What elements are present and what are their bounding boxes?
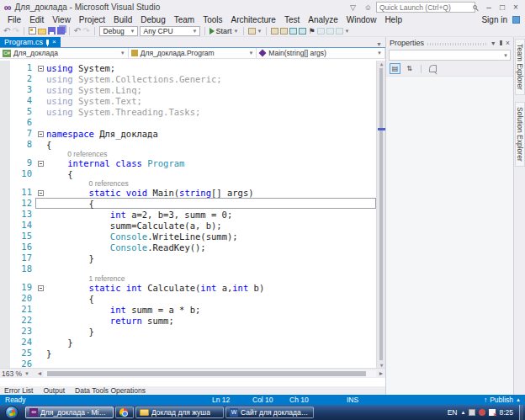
- window-position-caret[interactable]: ▼: [491, 40, 496, 46]
- menu-item-build[interactable]: Build: [109, 15, 136, 24]
- horizontal-scrollbar[interactable]: [44, 370, 376, 377]
- navigate-to-icon[interactable]: [280, 28, 288, 35]
- publish-button[interactable]: ↑ Publish ▲: [484, 396, 521, 404]
- fold-collapse-icon[interactable]: [38, 285, 44, 291]
- vertical-scroll-thumb[interactable]: [379, 68, 383, 360]
- project-dropdown[interactable]: C# Для_доклада▼: [0, 48, 129, 58]
- sync-settings-icon[interactable]: [512, 16, 520, 24]
- hidden-icons-caret[interactable]: ▲: [461, 410, 466, 415]
- categorized-icon[interactable]: ▤: [390, 63, 400, 74]
- menu-item-view[interactable]: View: [48, 15, 75, 24]
- status-column: Col 10: [252, 396, 273, 404]
- horizontal-scroll-thumb[interactable]: [47, 371, 366, 376]
- redo-icon[interactable]: ↷: [82, 27, 89, 35]
- navigate-forward-icon[interactable]: ↷: [12, 27, 19, 35]
- clock[interactable]: 8:25: [499, 408, 513, 417]
- side-tab-team-explorer[interactable]: Team Explorer: [515, 39, 525, 95]
- property-pages-icon[interactable]: [427, 63, 438, 74]
- notification-flag-icon[interactable]: ▽: [350, 3, 356, 12]
- find-in-files-icon[interactable]: [271, 28, 278, 35]
- taskbar-button-word[interactable]: WСайт для доклада п...: [225, 407, 314, 418]
- close-tab-icon[interactable]: ×: [52, 39, 56, 45]
- start-button[interactable]: Start: [216, 27, 232, 35]
- fold-collapse-icon[interactable]: [38, 190, 44, 196]
- codelens-references[interactable]: 0 references: [46, 180, 129, 186]
- solution-configuration-select[interactable]: Debug▼: [99, 26, 138, 36]
- quick-launch-input[interactable]: [379, 3, 473, 12]
- document-list-caret[interactable]: ▼: [373, 41, 385, 47]
- bookmark-icon[interactable]: ⚑: [308, 27, 315, 35]
- menu-item-window[interactable]: Window: [342, 15, 381, 24]
- language-indicator[interactable]: EN: [448, 408, 458, 417]
- undo-icon[interactable]: ↶: [74, 27, 81, 35]
- panel-tab-data-tools-operations[interactable]: Data Tools Operations: [75, 386, 146, 395]
- menu-item-file[interactable]: File: [3, 15, 25, 24]
- fold-collapse-icon[interactable]: [38, 161, 44, 167]
- type-dropdown[interactable]: Для_доклада.Program▼: [129, 48, 257, 58]
- solution-platform-select[interactable]: Any CPU▼: [140, 26, 200, 36]
- menu-item-test[interactable]: Test: [280, 15, 304, 24]
- line-number: 16: [10, 242, 35, 253]
- menu-item-debug[interactable]: Debug: [136, 15, 169, 24]
- breakpoint-margin[interactable]: [0, 61, 10, 368]
- open-file-icon[interactable]: [38, 29, 46, 35]
- taskbar-button-vs[interactable]: ∞Для_доклада - Micr...: [25, 407, 114, 418]
- feedback-icon[interactable]: ☺: [364, 3, 372, 12]
- fold-collapse-icon[interactable]: [38, 66, 44, 72]
- close-panel-icon[interactable]: ×: [506, 39, 510, 47]
- new-project-icon[interactable]: [29, 27, 36, 35]
- close-button[interactable]: ×: [509, 1, 522, 13]
- taskbar-button-folder[interactable]: Доклад для жуша: [135, 407, 224, 418]
- comment-out-icon[interactable]: [317, 28, 325, 35]
- menu-item-analyze[interactable]: Analyze: [304, 15, 342, 24]
- tray-display-icon[interactable]: [469, 409, 475, 416]
- attach-to-process-icon[interactable]: [248, 28, 256, 35]
- restore-button[interactable]: □: [496, 1, 509, 13]
- minimize-button[interactable]: –: [482, 1, 496, 13]
- tray-update-icon[interactable]: [479, 409, 485, 416]
- step-into-icon[interactable]: [299, 28, 306, 35]
- zoom-level-select[interactable]: 163 %▼: [0, 369, 35, 378]
- start-orb-button[interactable]: [5, 406, 19, 419]
- scroll-left-icon[interactable]: ◄: [35, 370, 44, 376]
- menu-item-team[interactable]: Team: [170, 15, 199, 24]
- scroll-right-icon[interactable]: ►: [377, 370, 385, 376]
- panel-tab-output[interactable]: Output: [43, 386, 65, 395]
- codelens-references[interactable]: 0 references: [46, 151, 108, 157]
- save-all-icon[interactable]: [57, 27, 65, 35]
- start-options-caret[interactable]: ▼: [234, 29, 239, 34]
- start-debug-icon[interactable]: [209, 28, 215, 35]
- line-number: 20: [10, 293, 35, 304]
- tray-action-center-icon[interactable]: [489, 409, 496, 416]
- pin-tab-icon[interactable]: [46, 40, 49, 45]
- code-editor[interactable]: 1using System;2using System.Collections.…: [0, 61, 385, 368]
- fold-collapse-icon[interactable]: [38, 131, 44, 137]
- codelens-references[interactable]: 1 reference: [46, 275, 125, 281]
- step-over-icon[interactable]: [289, 28, 297, 35]
- sign-in-button[interactable]: Sign in: [476, 15, 512, 24]
- properties-object-select[interactable]: ▼: [389, 50, 511, 61]
- auto-hide-pin-icon[interactable]: [500, 40, 502, 45]
- panel-tab-error-list[interactable]: Error List: [4, 386, 33, 395]
- member-dropdown[interactable]: Main(string[] args)▼: [257, 48, 385, 58]
- alphabetical-icon[interactable]: ⇅: [404, 63, 415, 74]
- show-desktop-button[interactable]: [519, 405, 523, 420]
- menu-item-edit[interactable]: Edit: [25, 15, 48, 24]
- menu-item-project[interactable]: Project: [75, 15, 109, 24]
- uncomment-icon[interactable]: [326, 28, 334, 35]
- side-tab-solution-explorer[interactable]: Solution Explorer: [515, 102, 525, 167]
- menu-item-architecture[interactable]: Architecture: [227, 15, 280, 24]
- code-line: 5using System.Threading.Tasks;: [10, 106, 376, 117]
- taskbar-button-chrome[interactable]: [115, 407, 134, 418]
- menu-item-help[interactable]: Help: [380, 15, 406, 24]
- navigate-back-icon[interactable]: ↶: [3, 27, 10, 35]
- menu-item-tools[interactable]: Tools: [199, 15, 226, 24]
- code-line: 12 {: [10, 198, 376, 209]
- save-icon[interactable]: [48, 27, 56, 35]
- tab-program-cs[interactable]: Program.cs ×: [0, 37, 61, 47]
- quick-launch-box[interactable]: [376, 2, 475, 13]
- toolbar-overflow-caret[interactable]: ▼: [345, 29, 350, 34]
- indent-icon[interactable]: [336, 28, 343, 35]
- vertical-scrollbar[interactable]: ▲ ▼: [376, 61, 385, 368]
- windows-taskbar: ∞Для_доклада - Micr...Доклад для жушаWСа…: [0, 405, 525, 420]
